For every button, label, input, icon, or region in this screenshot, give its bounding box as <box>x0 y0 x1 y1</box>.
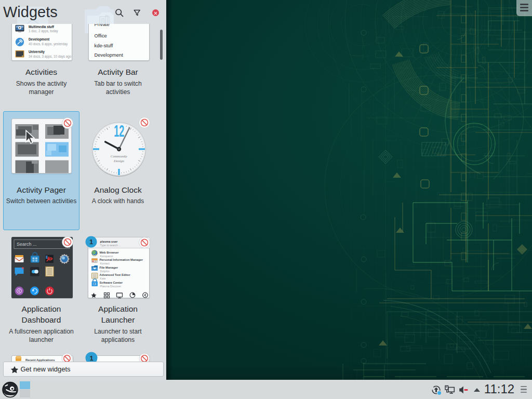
svg-text:File Manager: File Manager <box>100 266 118 269</box>
svg-text:Konqueror: Konqueror <box>100 255 113 258</box>
svg-text:Community: Community <box>111 154 128 158</box>
svg-text:Kate: Kate <box>100 277 106 280</box>
svg-text:Design: Design <box>113 159 124 163</box>
svg-text:Personal Information Manager: Personal Information Manager <box>100 258 143 261</box>
svg-text:1: 1 <box>89 238 93 246</box>
svg-text:Software Center: Software Center <box>100 281 123 284</box>
svg-text:Search ...: Search ... <box>17 242 37 247</box>
svg-text:Dolphin: Dolphin <box>100 270 110 273</box>
svg-text:12: 12 <box>114 122 124 140</box>
svg-text:1: 1 <box>89 354 93 362</box>
svg-text:Advanced Text Editor: Advanced Text Editor <box>100 273 131 276</box>
svg-text:Recent Applications: Recent Applications <box>25 358 55 361</box>
svg-text:plasma user: plasma user <box>100 240 118 243</box>
svg-text:Kontact: Kontact <box>100 262 110 265</box>
svg-text:Plasma Discover: Plasma Discover <box>100 285 122 288</box>
svg-text:Web Browser: Web Browser <box>100 251 119 254</box>
svg-text:Type to search ...: Type to search ... <box>100 244 121 247</box>
